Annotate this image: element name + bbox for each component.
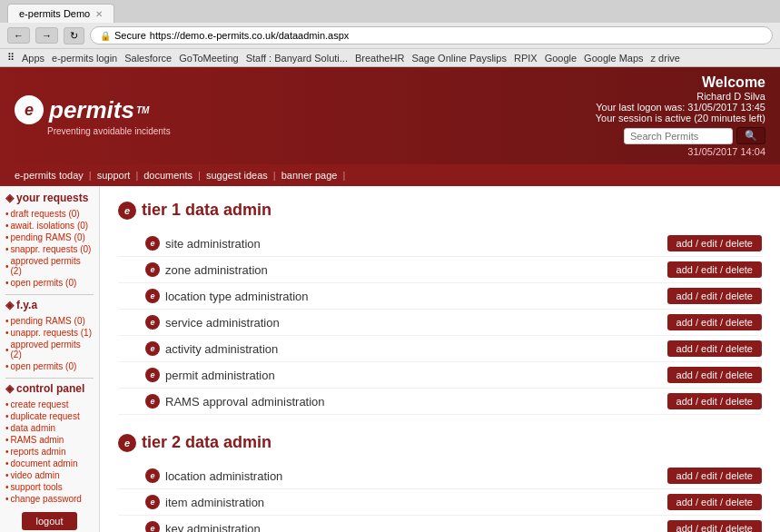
sidebar-item-snappr-requests[interactable]: snappr. requests (0) — [5, 243, 94, 255]
sidebar-item-video-admin[interactable]: video admin — [5, 469, 94, 481]
nav-suggest-ideas[interactable]: suggest ideas — [202, 168, 272, 182]
row-icon: e — [145, 341, 160, 356]
bookmark-gotomeeting[interactable]: GoToMeeting — [179, 53, 238, 64]
logo-area: e permitsTM Preventing avoidable inciden… — [15, 95, 171, 136]
nav-epermits-today[interactable]: e-permits today — [11, 168, 87, 182]
content-area: e tier 1 data admin e site administratio… — [100, 186, 780, 532]
sidebar-item-create-request[interactable]: create request — [5, 399, 94, 410]
table-row: e key administration add / edit / delete — [118, 516, 762, 532]
table-row: e service administration add / edit / de… — [118, 310, 762, 336]
sidebar-item-draft-requests[interactable]: draft requests (0) — [5, 208, 94, 220]
sidebar-control-panel-title: ◈ control panel — [5, 382, 94, 395]
sidebar-fya-title: ◈ f.y.a — [5, 299, 94, 311]
bookmark-zdrive[interactable]: z drive — [651, 53, 680, 64]
sidebar-item-duplicate-request[interactable]: duplicate request — [5, 410, 94, 422]
nav-documents[interactable]: documents — [140, 168, 196, 182]
user-name: Richard D Silva — [596, 91, 765, 102]
active-tab[interactable]: e-permits Demo ✕ — [7, 4, 114, 23]
bookmark-google[interactable]: Google — [545, 53, 577, 64]
bookmark-epermits[interactable]: e-permits login — [52, 53, 117, 64]
sidebar-item-fya-approved[interactable]: approved permits (2) — [5, 339, 94, 360]
activity-admin-label: e activity administration — [145, 341, 278, 356]
permit-admin-label: e permit administration — [145, 368, 275, 382]
search-row: 🔍 — [596, 127, 765, 144]
row-icon: e — [145, 468, 160, 483]
fya-icon: ◈ — [5, 299, 14, 311]
zone-admin-btn[interactable]: add / edit / delete — [667, 261, 762, 278]
sidebar-item-approved-permits[interactable]: approved permits (2) — [5, 255, 94, 277]
main-layout: ◈ your requests draft requests (0) await… — [0, 186, 780, 532]
forward-button[interactable]: → — [35, 27, 58, 44]
bookmark-staff[interactable]: Staff : Banyard Soluti... — [246, 53, 348, 64]
bookmark-apps[interactable]: Apps — [22, 53, 44, 64]
sidebar-item-await-isolations[interactable]: await. isolations (0) — [5, 220, 94, 232]
table-row: e site administration add / edit / delet… — [118, 231, 762, 257]
tier1-title: tier 1 data admin — [142, 201, 272, 220]
location-type-admin-btn[interactable]: add / edit / delete — [667, 288, 762, 304]
tab-close-icon[interactable]: ✕ — [95, 9, 103, 19]
sidebar-item-document-admin[interactable]: document admin — [5, 458, 94, 469]
tier1-icon: e — [118, 202, 136, 220]
row-icon: e — [145, 368, 160, 382]
sidebar-item-fya-open[interactable]: open permits (0) — [5, 360, 94, 372]
site-admin-label: e site administration — [145, 236, 261, 251]
logout-button[interactable]: logout — [22, 512, 78, 530]
permit-admin-btn[interactable]: add / edit / delete — [667, 367, 762, 383]
reload-button[interactable]: ↻ — [64, 27, 84, 44]
app: e permitsTM Preventing avoidable inciden… — [0, 67, 780, 532]
activity-admin-btn[interactable]: add / edit / delete — [667, 340, 762, 357]
search-input[interactable] — [624, 128, 733, 144]
nav-support[interactable]: support — [94, 168, 134, 182]
your-requests-label: your requests — [16, 192, 88, 204]
tier2-title: tier 2 data admin — [142, 433, 272, 452]
item-admin-btn[interactable]: add / edit / delete — [667, 494, 762, 510]
bookmark-salesforce[interactable]: Salesforce — [124, 53, 172, 64]
logo-icon-letter: e — [25, 101, 34, 120]
sidebar-item-data-admin[interactable]: data admin — [5, 422, 94, 434]
back-button[interactable]: ← — [7, 27, 30, 44]
sidebar-item-support-tools[interactable]: support tools — [5, 481, 94, 493]
bookmark-maps[interactable]: Google Maps — [584, 53, 643, 64]
bookmark-sage[interactable]: Sage Online Payslips — [411, 53, 507, 64]
table-row: e location administration add / edit / d… — [118, 463, 762, 489]
url-text: https://demo.e-permits.co.uk/dataadmin.a… — [150, 30, 350, 41]
row-icon: e — [145, 315, 160, 330]
site-admin-btn[interactable]: add / edit / delete — [667, 235, 762, 251]
search-button[interactable]: 🔍 — [736, 127, 765, 144]
sidebar-item-fya-unappr[interactable]: unappr. requests (1) — [5, 327, 94, 339]
table-row: e activity administration add / edit / d… — [118, 336, 762, 362]
rams-approval-admin-btn[interactable]: add / edit / delete — [667, 393, 762, 409]
secure-icon: 🔒 — [100, 31, 111, 41]
address-bar-row: ← → ↻ 🔒 Secure https://demo.e-permits.co… — [0, 23, 780, 48]
tab-bar: e-permits Demo ✕ — [0, 0, 780, 23]
nav-banner-page[interactable]: banner page — [278, 168, 341, 182]
sidebar: ◈ your requests draft requests (0) await… — [0, 186, 100, 532]
location-admin-btn[interactable]: add / edit / delete — [667, 468, 762, 484]
trademark: TM — [136, 105, 149, 115]
tier2-heading: e tier 2 data admin — [118, 433, 762, 452]
location-type-admin-label: e location type administration — [145, 289, 309, 303]
sidebar-item-pending-rams[interactable]: pending RAMS (0) — [5, 232, 94, 243]
row-icon: e — [145, 289, 160, 303]
rams-approval-admin-label: e RAMS approval administration — [145, 394, 325, 409]
tab-title: e-permits Demo — [19, 8, 90, 19]
sidebar-item-reports-admin[interactable]: reports admin — [5, 446, 94, 458]
item-admin-label: e item administration — [145, 495, 264, 509]
sidebar-item-fya-pending[interactable]: pending RAMS (0) — [5, 315, 94, 327]
key-admin-label: e key administration — [145, 521, 261, 532]
sidebar-item-open-permits[interactable]: open permits (0) — [5, 277, 94, 289]
bookmarks-bar: ⠿ Apps e-permits login Salesforce GoToMe… — [0, 48, 780, 66]
bookmark-breathehr[interactable]: BreatheHR — [355, 53, 404, 64]
address-bar[interactable]: 🔒 Secure https://demo.e-permits.co.uk/da… — [90, 26, 773, 44]
sidebar-your-requests: ◈ your requests draft requests (0) await… — [5, 192, 94, 289]
last-logon: Your last logon was: 31/05/2017 13:45 — [596, 102, 765, 113]
row-icon: e — [145, 262, 160, 277]
key-admin-btn[interactable]: add / edit / delete — [667, 520, 762, 532]
session-info: Your session is active (20 minutes left) — [596, 113, 765, 123]
table-row: e permit administration add / edit / del… — [118, 362, 762, 389]
service-admin-btn[interactable]: add / edit / delete — [667, 314, 762, 330]
sidebar-item-rams-admin[interactable]: RAMS admin — [5, 434, 94, 446]
tier2-icon: e — [118, 434, 136, 452]
sidebar-item-change-password[interactable]: change password — [5, 493, 94, 505]
bookmark-rpix[interactable]: RPIX — [514, 53, 538, 64]
